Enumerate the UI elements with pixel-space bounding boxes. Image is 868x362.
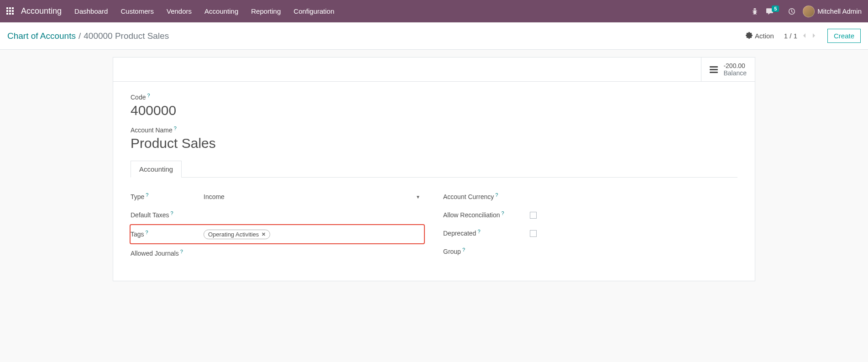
nav-dashboard[interactable]: Dashboard (74, 7, 108, 15)
default-taxes-label: Default Taxes (131, 211, 169, 219)
tags-highlight: Tags ? Operating Activities ✕ (130, 224, 425, 244)
allow-recon-row: Allow Reconciliation ? (443, 206, 737, 224)
type-row: Type ? Income ▼ (131, 188, 425, 206)
allowed-journals-row: Allowed Journals ? (131, 244, 425, 262)
balance-button[interactable]: -200.00 Balance (701, 58, 755, 81)
help-icon[interactable]: ? (502, 210, 504, 216)
help-icon[interactable]: ? (495, 192, 498, 198)
currency-row: Account Currency ? (443, 188, 737, 206)
type-input[interactable]: Income ▼ (204, 193, 425, 200)
tag-text: Operating Activities (208, 231, 259, 238)
nav-right: 5 Mitchell Admin (751, 5, 862, 17)
name-field: Account Name ? Product Sales (131, 126, 737, 151)
tabs: Accounting (131, 160, 737, 178)
name-label: Account Name (131, 126, 173, 134)
pager-value[interactable]: 1 / 1 (784, 32, 797, 40)
apps-menu-icon[interactable] (6, 7, 15, 16)
tags-input[interactable]: Operating Activities ✕ (204, 230, 420, 239)
form-card: -200.00 Balance Code ? 400000 Account Na… (113, 57, 755, 281)
tags-row: Tags ? Operating Activities ✕ (131, 228, 420, 241)
control-panel-right: Action 1 / 1 Create (746, 29, 861, 43)
top-nav: Accounting Dashboard Customers Vendors A… (0, 0, 868, 22)
app-name[interactable]: Accounting (21, 6, 62, 16)
code-label: Code (131, 94, 146, 101)
code-value[interactable]: 400000 (131, 103, 737, 118)
right-column: Account Currency ? Allow Reconciliation … (443, 188, 737, 262)
code-field: Code ? 400000 (131, 94, 737, 118)
tag-chip: Operating Activities ✕ (204, 230, 270, 239)
breadcrumb-parent[interactable]: Chart of Accounts (7, 31, 76, 41)
messaging-icon[interactable]: 5 (766, 7, 781, 15)
help-icon[interactable]: ? (146, 230, 148, 235)
allow-recon-label: Allow Reconciliation (443, 211, 500, 219)
action-button[interactable]: Action (746, 32, 774, 40)
bars-icon (710, 66, 718, 73)
clock-icon[interactable] (788, 8, 795, 15)
balance-value: -200.00 (723, 62, 747, 69)
tab-accounting[interactable]: Accounting (131, 161, 182, 178)
help-icon[interactable]: ? (477, 229, 480, 234)
form-body: Code ? 400000 Account Name ? Product Sal… (113, 82, 755, 281)
main-wrap: -200.00 Balance Code ? 400000 Account Na… (0, 50, 868, 281)
type-label: Type (131, 193, 144, 200)
nav-configuration[interactable]: Configuration (293, 7, 334, 15)
tags-label: Tags (131, 231, 144, 238)
type-value: Income (204, 193, 225, 200)
tab-content: Type ? Income ▼ Default Taxes ? (131, 178, 737, 262)
balance-label: Balance (723, 69, 747, 77)
breadcrumb: Chart of Accounts / 400000 Product Sales (7, 31, 169, 41)
breadcrumb-sep: / (78, 31, 81, 41)
deprecated-row: Deprecated ? (443, 224, 737, 242)
nav-vendors[interactable]: Vendors (167, 7, 192, 15)
default-taxes-row: Default Taxes ? (131, 206, 425, 224)
nav-items: Dashboard Customers Vendors Accounting R… (74, 7, 751, 15)
help-icon[interactable]: ? (174, 126, 177, 131)
user-name: Mitchell Admin (817, 7, 862, 15)
pager-next-icon[interactable] (811, 31, 817, 41)
allow-recon-checkbox[interactable] (530, 212, 537, 219)
avatar (803, 5, 815, 17)
breadcrumb-current: 400000 Product Sales (84, 31, 169, 41)
help-icon[interactable]: ? (171, 210, 173, 216)
help-icon[interactable]: ? (146, 192, 148, 198)
help-icon[interactable]: ? (462, 247, 465, 252)
user-menu[interactable]: Mitchell Admin (803, 5, 862, 17)
deprecated-checkbox[interactable] (530, 230, 537, 237)
bug-icon[interactable] (751, 8, 758, 15)
group-label: Group (443, 248, 461, 255)
nav-reporting[interactable]: Reporting (251, 7, 281, 15)
action-label: Action (755, 32, 774, 40)
left-column: Type ? Income ▼ Default Taxes ? (131, 188, 425, 262)
name-value[interactable]: Product Sales (131, 136, 737, 151)
create-button[interactable]: Create (827, 29, 861, 43)
gear-icon (746, 32, 753, 40)
allowed-journals-label: Allowed Journals (131, 250, 179, 257)
balance-info: -200.00 Balance (723, 62, 747, 77)
deprecated-label: Deprecated (443, 230, 476, 237)
group-row: Group ? (443, 242, 737, 261)
statusbar: -200.00 Balance (113, 58, 755, 82)
help-icon[interactable]: ? (147, 93, 150, 98)
nav-customers[interactable]: Customers (120, 7, 154, 15)
pager: 1 / 1 (784, 31, 817, 41)
help-icon[interactable]: ? (180, 249, 183, 254)
chevron-down-icon: ▼ (416, 194, 420, 199)
notification-badge: 5 (772, 5, 779, 12)
pager-prev-icon[interactable] (801, 31, 807, 41)
nav-accounting[interactable]: Accounting (204, 7, 238, 15)
currency-label: Account Currency (443, 193, 494, 200)
tag-remove-icon[interactable]: ✕ (261, 231, 266, 237)
control-panel: Chart of Accounts / 400000 Product Sales… (0, 22, 868, 50)
